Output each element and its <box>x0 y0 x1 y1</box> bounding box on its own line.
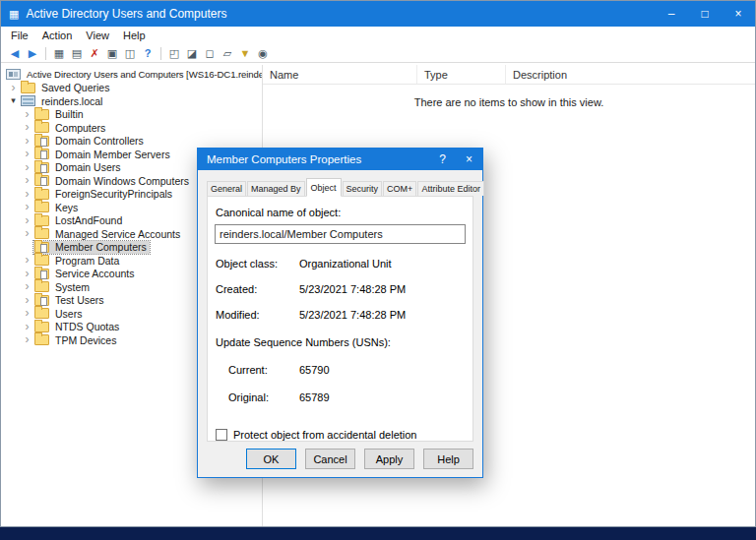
folder-icon <box>34 308 49 319</box>
properties-icon[interactable]: ▣ <box>103 48 121 59</box>
chevron-right-icon[interactable]: › <box>21 280 33 293</box>
tree-item-label: Keys <box>53 202 80 213</box>
list-header: Name Type Description <box>263 65 755 85</box>
column-header-type[interactable]: Type <box>417 65 506 84</box>
chevron-right-icon[interactable]: › <box>21 188 33 201</box>
chevron-right-icon[interactable]: › <box>21 121 33 134</box>
chevron-right-icon[interactable]: › <box>21 307 33 320</box>
chevron-right-icon[interactable]: › <box>21 214 33 227</box>
tree-item-saved-queries[interactable]: › Saved Queries <box>1 82 262 95</box>
dialog-close-icon[interactable]: × <box>456 149 482 170</box>
canonical-name-label: Canonical name of object: <box>216 207 466 218</box>
chevron-right-icon[interactable]: › <box>21 254 33 267</box>
folder-icon <box>34 215 49 226</box>
add-user-icon[interactable]: ◻ <box>201 48 219 59</box>
close-button[interactable]: × <box>722 1 755 27</box>
add-computer-icon[interactable]: ◰ <box>165 48 183 59</box>
title-bar[interactable]: ▦ Active Directory Users and Computers –… <box>1 1 755 27</box>
help-window-icon[interactable]: ◫ <box>121 48 139 59</box>
delete-icon[interactable]: ✗ <box>86 48 103 59</box>
protect-checkbox-row[interactable]: Protect object from accidental deletion <box>216 429 466 441</box>
ou-folder-icon <box>34 149 49 159</box>
chevron-right-icon[interactable]: › <box>21 174 33 187</box>
folder-icon <box>34 334 49 345</box>
chevron-right-icon[interactable]: › <box>21 108 33 121</box>
chevron-right-icon[interactable]: › <box>21 294 33 307</box>
menu-view[interactable]: View <box>79 30 116 41</box>
canonical-name-input[interactable] <box>215 224 466 244</box>
chevron-right-icon[interactable]: › <box>21 333 33 346</box>
cancel-button[interactable]: Cancel <box>305 449 355 469</box>
chevron-down-icon[interactable]: ▾ <box>7 94 20 107</box>
tree-item-reinders-local[interactable]: ▾ reinders.local <box>1 94 262 108</box>
properties-dialog: Member Computers Properties ? × General … <box>197 148 483 478</box>
chevron-right-icon[interactable]: › <box>21 148 33 160</box>
created-label: Created: <box>216 283 299 295</box>
minimize-button[interactable]: – <box>655 1 688 27</box>
ou-folder-icon <box>34 175 49 186</box>
ok-button[interactable]: OK <box>246 449 296 469</box>
usn-current-value: 65790 <box>299 364 330 376</box>
tree-item-label: LostAndFound <box>53 214 124 226</box>
back-icon[interactable]: ◀ <box>6 48 24 59</box>
chevron-right-icon[interactable]: › <box>7 82 20 94</box>
help-icon[interactable]: ? <box>139 48 157 59</box>
tab-strip: General Managed By Object Security COM+ … <box>207 178 485 196</box>
dialog-title-bar[interactable]: Member Computers Properties ? × <box>198 149 482 170</box>
column-header-description[interactable]: Description <box>506 65 755 84</box>
chevron-right-icon[interactable]: › <box>21 135 33 148</box>
tree-item-label: Domain Member Servers <box>53 149 172 160</box>
menu-action[interactable]: Action <box>35 30 80 41</box>
menu-file[interactable]: File <box>4 30 35 41</box>
add-group-icon[interactable]: ◪ <box>183 48 201 59</box>
tab-managed-by[interactable]: Managed By <box>247 181 305 196</box>
ou-folder-icon <box>34 269 49 279</box>
window-controls: – □ × <box>655 1 755 27</box>
menu-help[interactable]: Help <box>116 30 153 41</box>
find-icon[interactable]: ◉ <box>254 48 272 59</box>
tree-item-label: Computers <box>53 122 107 134</box>
tree-item-label: Domain Controllers <box>53 135 146 147</box>
export-list-icon[interactable]: ▤ <box>68 48 86 59</box>
tree-item-computers[interactable]: › Computers <box>1 121 262 135</box>
chevron-right-icon[interactable]: › <box>21 201 33 213</box>
ou-folder-icon <box>34 295 49 306</box>
tree-root[interactable]: Active Directory Users and Computers [WS… <box>1 68 262 82</box>
chevron-right-icon[interactable]: › <box>21 321 33 333</box>
help-button[interactable]: Help <box>423 449 473 469</box>
tab-general[interactable]: General <box>207 181 246 196</box>
folder-icon <box>34 322 49 332</box>
chevron-right-icon[interactable]: › <box>21 227 33 240</box>
maximize-button[interactable]: □ <box>688 1 722 27</box>
tree-item-label: reinders.local <box>39 95 104 107</box>
tree-item-builtin[interactable]: › Builtin <box>1 108 262 122</box>
tree-item-domain-controllers[interactable]: › Domain Controllers <box>1 135 262 149</box>
tab-com-plus[interactable]: COM+ <box>383 181 416 196</box>
tree-item-label: Program Data <box>53 255 121 267</box>
dialog-help-icon[interactable]: ? <box>429 149 456 170</box>
chevron-right-icon[interactable]: › <box>21 161 33 174</box>
forward-icon[interactable]: ▶ <box>24 48 41 59</box>
toolbar-separator <box>45 47 46 60</box>
console-tree-icon[interactable]: ▦ <box>50 48 68 59</box>
tab-attribute-editor[interactable]: Attribute Editor <box>417 181 484 196</box>
desktop: ▦ Active Directory Users and Computers –… <box>0 0 756 540</box>
tree-item-label: Builtin <box>53 108 86 120</box>
filter-icon[interactable]: ▼ <box>236 48 254 59</box>
apply-button[interactable]: Apply <box>364 449 414 469</box>
folder-icon <box>21 83 35 93</box>
usn-heading: Update Sequence Numbers (USNs): <box>216 336 466 348</box>
tab-security[interactable]: Security <box>343 181 383 196</box>
folder-icon <box>34 255 49 266</box>
object-tab-page: Canonical name of object: Object class: … <box>207 196 473 442</box>
tab-object[interactable]: Object <box>306 178 342 197</box>
folder-icon <box>34 122 49 133</box>
tree-item-label: ForeignSecurityPrincipals <box>53 188 174 200</box>
window-title: Active Directory Users and Computers <box>26 7 226 21</box>
checkbox-unchecked-icon[interactable] <box>216 429 227 441</box>
add-ou-icon[interactable]: ▱ <box>219 48 236 59</box>
column-header-name[interactable]: Name <box>263 65 417 84</box>
chevron-right-icon[interactable]: › <box>21 268 33 280</box>
desktop-background-strip <box>0 527 756 540</box>
folder-icon <box>34 189 49 200</box>
